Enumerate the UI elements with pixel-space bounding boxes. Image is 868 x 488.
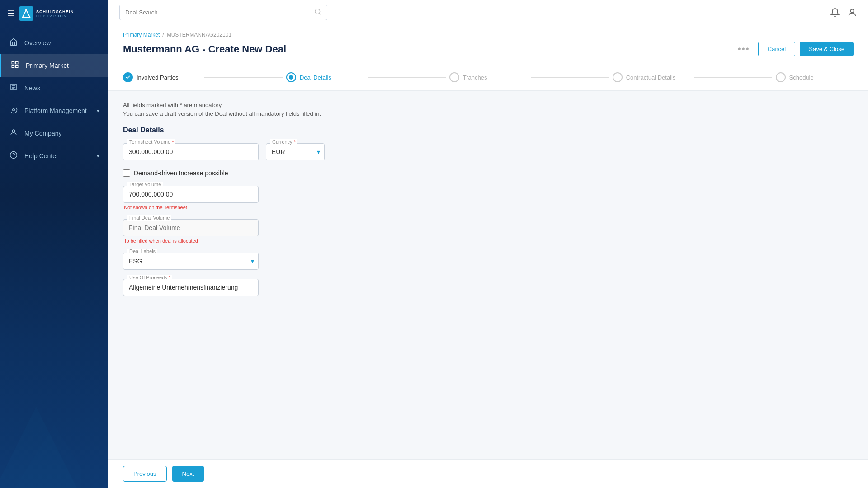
use-of-proceeds-group: Use Of Proceeds *: [123, 279, 854, 296]
svg-line-14: [319, 13, 321, 14]
search-input[interactable]: [125, 9, 311, 16]
search-box: [119, 5, 327, 20]
more-options-button[interactable]: •••: [734, 42, 754, 56]
step-circle-contractual-details: [613, 72, 623, 82]
user-profile-button[interactable]: [847, 8, 857, 18]
save-close-button[interactable]: Save & Close: [800, 42, 854, 56]
sidebar-item-overview-label: Overview: [24, 39, 99, 47]
step-label-deal-details: Deal Details: [300, 74, 331, 81]
target-volume-input[interactable]: [123, 186, 259, 203]
deal-labels-group: Deal Labels ESG Green Social Sustainabil…: [123, 253, 854, 270]
next-button[interactable]: Next: [172, 466, 204, 482]
svg-rect-4: [16, 61, 18, 64]
mandatory-note-1: All fields marked with * are mandatory.: [123, 102, 854, 108]
logo-text: SCHULDSCHEIN DEBTVISION: [36, 9, 74, 18]
breadcrumb-current: MUSTERMANNAG202101: [167, 32, 231, 38]
sidebar: ☰ SCHULDSCHEIN DEBTVISION Overview: [0, 0, 108, 488]
bottom-navigation: Previous Next: [108, 459, 868, 488]
logo-container: SCHULDSCHEIN DEBTVISION: [19, 6, 74, 21]
currency-field: Currency * EUR USD GBP CHF ▾: [266, 143, 325, 160]
help-center-chevron-icon: ▾: [97, 153, 99, 159]
page-header: Primary Market / MUSTERMANNAG202101 Must…: [108, 25, 868, 64]
svg-rect-3: [12, 61, 14, 64]
sidebar-item-platform-management[interactable]: Platform Management ▾: [0, 99, 108, 122]
deal-details-section-title: Deal Details: [123, 126, 854, 134]
svg-rect-0: [19, 6, 33, 21]
help-center-icon: [9, 151, 18, 161]
sidebar-item-my-company[interactable]: My Company: [0, 122, 108, 145]
breadcrumb-parent[interactable]: Primary Market: [123, 32, 160, 38]
step-involved-parties[interactable]: Involved Parties: [123, 72, 201, 82]
currency-label: Currency *: [270, 139, 297, 145]
final-deal-volume-hint: To be filled when deal is allocated: [123, 238, 854, 244]
topbar-right: [830, 8, 857, 18]
deal-labels-field: Deal Labels ESG Green Social Sustainabil…: [123, 253, 259, 270]
home-icon: [9, 38, 18, 48]
sidebar-item-overview[interactable]: Overview: [0, 32, 108, 54]
svg-point-15: [850, 9, 854, 12]
step-deal-details[interactable]: Deal Details: [286, 72, 364, 82]
sidebar-item-my-company-label: My Company: [24, 130, 99, 137]
previous-button[interactable]: Previous: [123, 466, 167, 482]
svg-point-13: [315, 9, 320, 14]
deal-labels-select-wrapper: ESG Green Social Sustainability ▾: [123, 253, 259, 270]
step-line-3: [531, 77, 609, 78]
termsheet-volume-field: Termsheet Volume *: [123, 143, 259, 160]
step-label-schedule: Schedule: [789, 74, 814, 81]
use-of-proceeds-input[interactable]: [123, 279, 259, 296]
page-title: Mustermann AG - Create New Deal: [123, 43, 286, 55]
step-contractual-details[interactable]: Contractual Details: [613, 72, 690, 82]
sidebar-item-news-label: News: [24, 84, 99, 92]
page-title-row: Mustermann AG - Create New Deal ••• Canc…: [123, 42, 854, 64]
topbar: [108, 0, 868, 25]
step-label-tranches: Tranches: [463, 74, 487, 81]
deal-labels-select[interactable]: ESG Green Social Sustainability: [123, 253, 259, 270]
final-deal-volume-field: Final Deal Volume: [123, 219, 259, 236]
form-row-volume-currency: Termsheet Volume * Currency * EUR USD GB…: [123, 143, 854, 160]
currency-select[interactable]: EUR USD GBP CHF: [266, 143, 325, 160]
demand-driven-row: Demand-driven Increase possible: [123, 169, 854, 177]
sidebar-item-help-center[interactable]: Help Center ▾: [0, 145, 108, 167]
cancel-button[interactable]: Cancel: [758, 42, 795, 56]
sidebar-item-help-center-label: Help Center: [24, 152, 90, 160]
primary-market-icon: [10, 61, 19, 70]
sidebar-item-primary-market[interactable]: Primary Market: [0, 54, 108, 77]
termsheet-volume-input[interactable]: [123, 143, 259, 160]
currency-select-wrapper: EUR USD GBP CHF ▾: [266, 143, 325, 160]
step-circle-involved-parties: [123, 72, 133, 82]
svg-rect-5: [12, 66, 14, 68]
use-of-proceeds-field: Use Of Proceeds *: [123, 279, 259, 296]
svg-point-2: [25, 9, 27, 11]
demand-driven-checkbox[interactable]: [123, 169, 130, 177]
sidebar-item-primary-market-label: Primary Market: [26, 62, 99, 69]
step-line-4: [694, 77, 772, 78]
deal-labels-label: Deal Labels: [127, 249, 157, 254]
stepper: Involved Parties Deal Details Tranches C…: [108, 64, 868, 91]
step-label-contractual-details: Contractual Details: [626, 74, 676, 81]
step-line-1: [204, 77, 282, 78]
sidebar-item-platform-management-label: Platform Management: [24, 107, 90, 114]
hamburger-icon[interactable]: ☰: [7, 9, 14, 19]
demand-driven-label[interactable]: Demand-driven Increase possible: [134, 169, 228, 177]
mandatory-note-2: You can save a draft version of the Deal…: [123, 110, 854, 117]
step-line-2: [368, 77, 445, 78]
termsheet-volume-label: Termsheet Volume *: [127, 139, 175, 145]
final-deal-volume-group: Final Deal Volume To be filled when deal…: [123, 219, 854, 244]
news-icon: [9, 83, 18, 93]
svg-point-8: [12, 130, 15, 132]
sidebar-item-news[interactable]: News: [0, 77, 108, 99]
target-volume-label: Target Volume: [127, 182, 163, 187]
final-deal-volume-label: Final Deal Volume: [127, 215, 171, 221]
step-schedule[interactable]: Schedule: [776, 72, 854, 82]
breadcrumb: Primary Market / MUSTERMANNAG202101: [123, 32, 854, 38]
step-tranches[interactable]: Tranches: [449, 72, 527, 82]
target-volume-hint: Not shown on the Termsheet: [123, 205, 854, 210]
final-deal-volume-input[interactable]: [123, 219, 259, 236]
step-circle-schedule: [776, 72, 786, 82]
step-circle-tranches: [449, 72, 459, 82]
sidebar-decoration: [0, 407, 81, 488]
logo-icon: [19, 6, 33, 21]
notification-button[interactable]: [830, 8, 840, 18]
my-company-icon: [9, 128, 18, 138]
content-area: Primary Market / MUSTERMANNAG202101 Must…: [108, 25, 868, 488]
